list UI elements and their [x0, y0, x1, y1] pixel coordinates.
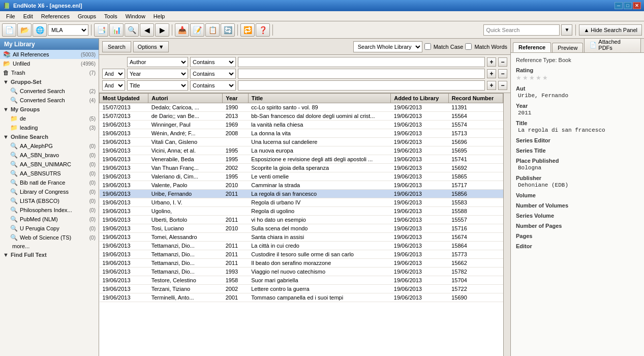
sidebar-item-web-of-science-ts-[interactable]: 🔍 Web of Science (TS) (0) [0, 233, 99, 242]
sidebar-item-u-perugia-copy[interactable]: 🔍 U Perugia Copy (0) [0, 224, 99, 233]
op-select-2[interactable]: Contains [190, 69, 236, 79]
search-value-1[interactable] [238, 57, 485, 67]
op-select-3[interactable]: Contains [190, 80, 236, 91]
search-scope-dropdown[interactable]: Search Whole Library [353, 41, 422, 52]
add-row-button-3[interactable]: + [487, 81, 496, 90]
remove-row-button-3[interactable]: − [498, 81, 507, 90]
new-ref-button[interactable]: 📄 [2, 23, 16, 37]
convert-btn[interactable]: 🔄 [221, 23, 235, 37]
table-row[interactable]: 19/06/2013 Winninger, Paul 1969 la vanit… [100, 121, 503, 129]
help-btn[interactable]: ❓ [256, 23, 270, 37]
match-words-checkbox[interactable] [465, 43, 472, 50]
hide-search-panel-button[interactable]: ▲ Hide Search Panel [579, 24, 642, 36]
sidebar-item-aa_sbn_bravo[interactable]: 🔍 AA_SBN_bravo (0) [0, 151, 99, 160]
unformat-btn[interactable]: 📋 [205, 23, 220, 37]
menu-item-window[interactable]: Window [121, 12, 149, 20]
col-header-author[interactable]: Autori [148, 94, 223, 103]
bool-select-2[interactable]: AndOrNot [102, 69, 125, 79]
sidebar-item-bib-natl-de-france[interactable]: 🔍 Bib natl de France (0) [0, 178, 99, 187]
field-select-3[interactable]: TitleAuthorYear [127, 80, 188, 91]
search-value-3[interactable] [238, 80, 485, 91]
format-btn[interactable]: 📝 [190, 23, 204, 37]
sidebar-item-aa_sbnsutrs[interactable]: 🔍 AA_SBNSUTRS (0) [0, 169, 99, 178]
table-row[interactable]: 19/06/2013 Testore, Celestino 1958 Suor … [100, 276, 503, 285]
sidebar-item-converted-search[interactable]: 🔍 Converted Search (2) [0, 86, 99, 96]
sidebar-item-more-[interactable]: more... [0, 242, 99, 250]
table-row[interactable]: 19/06/2013 Tettamanzi, Dio... 1993 Viagg… [100, 268, 503, 276]
table-row[interactable]: 19/06/2013 Tettamanzi, Dio... 2011 La ci… [100, 242, 503, 250]
match-case-checkbox[interactable] [424, 43, 431, 50]
table-row[interactable]: 19/06/2013 Tomei, Alessandro Santa chiar… [100, 233, 503, 242]
section-my-groups[interactable]: ▼My Groups [0, 105, 99, 114]
new-btn[interactable]: 📑 [94, 23, 108, 37]
sidebar-item-unfiled[interactable]: 📂 Unfiled (4996) [0, 59, 99, 68]
table-row[interactable]: 19/06/2013 Terzani, Tiziano 2002 Lettere… [100, 285, 503, 293]
maximize-button[interactable]: □ [624, 2, 632, 9]
table-row[interactable]: 15/07/2013 de Dario;; van Be... 2013 bb-… [100, 112, 503, 121]
table-row[interactable]: 19/06/2013 Tosi, Luciano 2010 Sulla scen… [100, 224, 503, 233]
table-row[interactable]: 19/06/2013 Vitali Can, Gisleno Una lucer… [100, 138, 503, 146]
section-online-search[interactable]: ▼Online Search [0, 132, 99, 141]
col-header-date[interactable]: Most Updated [100, 94, 148, 103]
scrollbar[interactable] [503, 93, 510, 356]
col-header-year[interactable]: Year [223, 94, 249, 103]
tab-preview[interactable]: Preview [552, 43, 583, 52]
sidebar-item-all-references[interactable]: 📚 All References (5003) [0, 50, 99, 59]
menu-item-references[interactable]: References [37, 12, 74, 20]
table-row[interactable]: 19/06/2013 Uberti, Bortolo 2011 vi ho da… [100, 216, 503, 224]
sidebar-item-leading[interactable]: 📁 leading (3) [0, 123, 99, 132]
search-button[interactable]: Search [102, 41, 131, 52]
add-row-button-1[interactable]: + [487, 57, 496, 67]
menu-item-edit[interactable]: Edit [19, 12, 37, 20]
table-row[interactable]: 19/06/2013 Venerabile, Beda 1995 Esposiz… [100, 155, 503, 164]
table-row[interactable]: 19/06/2013 Ugolino, Regola di ugolino 19… [100, 207, 503, 216]
search-value-2[interactable] [238, 69, 485, 79]
sidebar-item-pubmed-nlm-[interactable]: 🔍 PubMed (NLM) (0) [0, 215, 99, 224]
tab-attached-pdfs[interactable]: 📄 Attached PDFs [584, 39, 641, 52]
col-header-record[interactable]: Record Number [448, 94, 503, 103]
star-2[interactable]: ★ [523, 74, 528, 81]
table-row[interactable]: 19/06/2013 Valente, Paolo 2010 Camminar … [100, 181, 503, 190]
edit-btn[interactable]: 📊 [109, 23, 124, 37]
search-btn-tb[interactable]: 🔍 [125, 23, 139, 37]
sidebar-item-de[interactable]: 📁 de (5) [0, 114, 99, 123]
table-row[interactable]: 19/06/2013 Urbano, I. V. Regola di urban… [100, 198, 503, 207]
remove-row-button-2[interactable]: − [498, 69, 507, 78]
table-row[interactable]: 19/06/2013 Vicini, Anna; et al. 1995 La … [100, 146, 503, 155]
star-3[interactable]: ★ [529, 74, 535, 81]
menu-item-help[interactable]: Help [149, 12, 169, 20]
web-button[interactable]: 🌐 [33, 23, 47, 37]
table-row[interactable]: 19/06/2013 Terminelli, Anto... 2001 Tomm… [100, 293, 503, 302]
forward-btn[interactable]: ▶ [155, 23, 169, 37]
sidebar-item-library-of-congress[interactable]: 🔍 Library of Congress (0) [0, 187, 99, 196]
table-row[interactable]: 19/06/2013 Valeriano di, Cim... 1995 Le … [100, 172, 503, 181]
field-select-2[interactable]: YearAuthorTitle [127, 69, 188, 79]
sync-btn[interactable]: 🔁 [240, 23, 255, 37]
add-row-button-2[interactable]: + [487, 69, 496, 78]
quick-search-input[interactable] [483, 24, 560, 36]
bool-select-3[interactable]: AndOrNot [102, 80, 125, 91]
insert-btn[interactable]: 📥 [175, 23, 189, 37]
remove-row-button-1[interactable]: − [498, 57, 507, 67]
star-4[interactable]: ★ [536, 74, 541, 81]
sidebar-item-trash[interactable]: 🗑 Trash (7) [0, 68, 99, 77]
minimize-button[interactable]: ─ [615, 2, 623, 9]
sidebar-item-aa_alephpg[interactable]: 🔍 AA_AlephPG (0) [0, 141, 99, 151]
sidebar-item-converted-search[interactable]: 🔍 Converted Search (4) [0, 96, 99, 105]
close-button[interactable]: ✕ [633, 2, 641, 9]
table-row[interactable]: 19/06/2013 Tettamanzi, Dio... 2011 Custo… [100, 250, 503, 259]
star-5[interactable]: ★ [542, 74, 548, 81]
field-select-1[interactable]: AuthorYearTitle [127, 57, 188, 67]
table-row[interactable]: 19/06/2013 Uribe, Fernando 2011 La regol… [100, 190, 503, 198]
quick-search-go-button[interactable]: ▼ [561, 24, 572, 36]
sidebar-item-aa_sbn_unimarc[interactable]: 🔍 AA_SBN_UNIMARC (0) [0, 160, 99, 169]
section-gruppo-set[interactable]: ▼Gruppo-Set [0, 77, 99, 86]
sidebar-item-lista-ebsco-[interactable]: 🔍 LISTA (EBSCO) (0) [0, 196, 99, 205]
tab-reference[interactable]: Reference [513, 42, 551, 52]
table-row[interactable]: 19/06/2013 Van Thuan Franç... 2002 Scopr… [100, 164, 503, 172]
star-1[interactable]: ★ [516, 74, 522, 81]
col-header-added[interactable]: Added to Library [391, 94, 448, 103]
section-find-full-text[interactable]: ▼Find Full Text [0, 250, 99, 259]
back-btn[interactable]: ◀ [140, 23, 154, 37]
table-row[interactable]: 19/06/2013 Wénin, André; F... 2008 La do… [100, 129, 503, 138]
